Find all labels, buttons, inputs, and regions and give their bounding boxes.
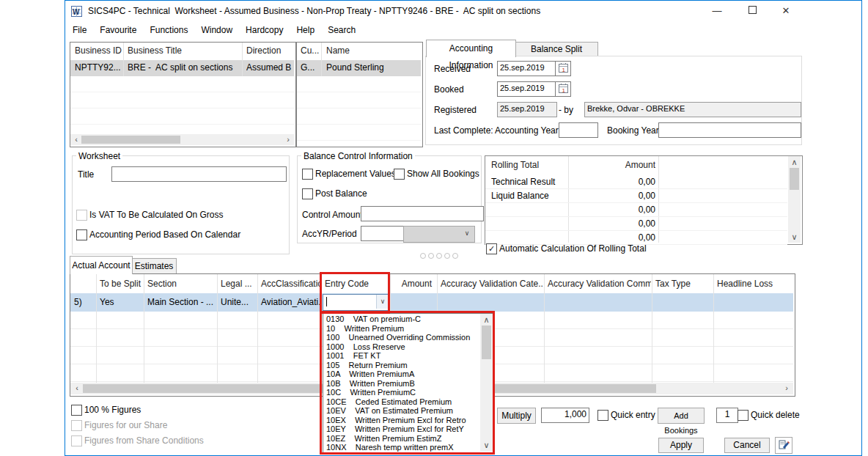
tab-balance-split-options[interactable]: Balance Split Options bbox=[515, 42, 598, 57]
column-header-direction[interactable]: Direction bbox=[246, 45, 292, 56]
figures-100-label: 100 % Figures bbox=[84, 405, 141, 415]
add-bookings-button[interactable]: Add Bookings bbox=[658, 408, 705, 424]
scrollbar-thumb[interactable] bbox=[81, 136, 180, 144]
figures-100-checkbox[interactable] bbox=[71, 405, 82, 416]
menu-item-functions[interactable]: Functions bbox=[143, 23, 194, 37]
menu-item-help[interactable]: Help bbox=[290, 23, 321, 37]
account-selected-row[interactable]: 5)YesMain Section - ...Unite...Aviation_… bbox=[70, 293, 793, 312]
received-date-field[interactable]: 25.sep.2019 bbox=[497, 61, 557, 76]
vat-on-gross-label: Is VAT To Be Calculated On Gross bbox=[89, 210, 224, 220]
control-amount-field[interactable] bbox=[361, 206, 484, 221]
maximize-button[interactable] bbox=[738, 1, 767, 21]
account-column-header[interactable]: Legal ... bbox=[217, 274, 257, 293]
apply-button[interactable]: Apply bbox=[658, 438, 704, 453]
currency-code-cell[interactable]: G... bbox=[301, 62, 320, 73]
business-direction-cell[interactable]: Assumed B.. bbox=[246, 62, 292, 73]
account-row-cell[interactable]: Main Section - ... bbox=[144, 293, 217, 312]
scroll-right-icon[interactable]: › bbox=[284, 134, 293, 145]
account-row-cell[interactable] bbox=[544, 293, 652, 312]
scroll-up-icon[interactable]: ∧ bbox=[788, 157, 801, 168]
auto-calc-rolling-checkbox[interactable]: ✓ bbox=[486, 243, 497, 254]
menu-item-search[interactable]: Search bbox=[321, 23, 362, 37]
rolling-total-row[interactable]: 0,00 bbox=[485, 217, 787, 231]
menu-item-favourite[interactable]: Favourite bbox=[93, 23, 143, 37]
booking-year-field[interactable] bbox=[658, 122, 801, 138]
scroll-down-icon[interactable]: ∨ bbox=[788, 232, 801, 243]
account-row-cell[interactable] bbox=[390, 293, 437, 312]
account-column-header[interactable] bbox=[70, 274, 96, 293]
account-row-cell[interactable]: Yes bbox=[96, 293, 144, 312]
account-column-header[interactable]: Accuracy Validation Cate... bbox=[437, 274, 544, 293]
account-row-cell[interactable]: Unite... bbox=[217, 293, 257, 312]
account-row-cell[interactable] bbox=[652, 293, 713, 312]
vat-on-gross-checkbox[interactable] bbox=[76, 210, 87, 221]
account-column-header[interactable]: Headline Loss bbox=[713, 274, 793, 293]
account-column-header[interactable]: To be Split bbox=[96, 274, 144, 293]
rolling-vscrollbar[interactable]: ∧ ∨ bbox=[788, 156, 801, 243]
menu-item-file[interactable]: File bbox=[66, 23, 93, 37]
business-row-selected[interactable]: NPTTY92... BRE - AC split on sections As… bbox=[70, 60, 294, 76]
account-column-header[interactable]: Amount bbox=[390, 274, 437, 293]
account-row-cell[interactable]: 5) bbox=[70, 293, 96, 312]
booked-date-field[interactable]: 25.sep.2019 bbox=[497, 81, 557, 97]
accyr-period-combobox[interactable]: ∨ bbox=[403, 226, 475, 243]
menu-item-hardcopy[interactable]: Hardcopy bbox=[239, 23, 290, 37]
rolling-total-row[interactable]: Technical Result0,00 bbox=[485, 175, 787, 189]
column-header-business-title[interactable]: Business Title bbox=[128, 45, 238, 56]
rolling-total-row[interactable]: 0,00 bbox=[485, 203, 787, 217]
menu-item-window[interactable]: Window bbox=[194, 23, 239, 37]
account-row-cell[interactable] bbox=[713, 293, 793, 312]
accounting-period-calendar-checkbox[interactable] bbox=[76, 229, 87, 240]
cancel-button[interactable]: Cancel bbox=[724, 438, 770, 453]
accyr-field[interactable] bbox=[361, 226, 407, 241]
received-calendar-button[interactable]: 1 bbox=[555, 61, 571, 76]
check-icon: ✓ bbox=[488, 244, 495, 253]
rolling-row-name: Liquid Balance bbox=[491, 189, 549, 202]
account-column-header[interactable]: AccClassification bbox=[257, 274, 321, 293]
quick-delete-checkbox[interactable] bbox=[738, 410, 749, 421]
tab-actual-account[interactable]: Actual Account bbox=[70, 256, 133, 274]
scrollbar-thumb[interactable] bbox=[790, 168, 799, 190]
booked-calendar-button[interactable]: 1 bbox=[555, 81, 571, 97]
worksheet-title-field[interactable] bbox=[111, 166, 287, 182]
business-title-cell[interactable]: BRE - AC split on sections bbox=[128, 62, 238, 73]
multiply-amount-field[interactable]: 1,000 bbox=[541, 408, 589, 423]
column-header-currency-name[interactable]: Name bbox=[326, 45, 414, 56]
accounting-year-field[interactable] bbox=[559, 122, 598, 138]
replacement-values-checkbox[interactable] bbox=[302, 169, 313, 180]
minimize-button[interactable]: — bbox=[702, 1, 732, 21]
quick-entry-label: Quick entry bbox=[611, 410, 655, 420]
scroll-right-icon[interactable]: › bbox=[782, 383, 791, 394]
booked-label: Booked bbox=[434, 84, 464, 95]
business-id-cell[interactable]: NPTTY92... bbox=[75, 62, 120, 73]
quick-entry-checkbox[interactable] bbox=[597, 410, 608, 421]
scroll-left-icon[interactable]: ‹ bbox=[73, 383, 81, 394]
business-grid-hscrollbar[interactable]: ‹ › bbox=[70, 134, 294, 145]
add-bookings-count-field[interactable]: 1 bbox=[716, 408, 738, 423]
account-row-cell[interactable] bbox=[437, 293, 544, 312]
show-all-bookings-checkbox[interactable] bbox=[394, 169, 405, 180]
resize-dots-indicator[interactable] bbox=[420, 249, 460, 262]
tab-estimates[interactable]: Estimates bbox=[131, 258, 177, 274]
rolling-total-column-header[interactable]: Rolling Total bbox=[491, 160, 539, 170]
column-header-business-id[interactable]: Business ID bbox=[75, 45, 122, 56]
currency-row-selected[interactable]: G... Pound Sterling bbox=[297, 60, 421, 76]
figures-our-share-checkbox[interactable] bbox=[71, 420, 82, 431]
post-balance-checkbox[interactable] bbox=[302, 188, 313, 199]
account-row-cell[interactable]: Aviation_Aviati... bbox=[257, 293, 321, 312]
calendar-icon: 1 bbox=[559, 86, 568, 96]
scroll-left-icon[interactable]: ‹ bbox=[72, 134, 81, 145]
rolling-total-row[interactable]: Liquid Balance0,00 bbox=[485, 189, 787, 203]
account-column-header[interactable]: Accuracy Validation Comm... bbox=[544, 274, 652, 293]
amount-column-header[interactable]: Amount bbox=[569, 160, 655, 170]
worksheet-title-label: Title bbox=[78, 169, 94, 180]
currency-name-cell[interactable]: Pound Sterling bbox=[326, 62, 416, 73]
close-button[interactable]: ✕ bbox=[771, 1, 801, 21]
figures-share-conditions-checkbox[interactable] bbox=[71, 435, 82, 446]
account-column-header[interactable]: Section bbox=[144, 274, 217, 293]
multiply-button[interactable]: Multiply bbox=[497, 408, 536, 424]
column-header-currency[interactable]: Cu... bbox=[301, 45, 320, 56]
tab-accounting-information[interactable]: Accounting Information bbox=[426, 40, 516, 57]
account-column-header[interactable]: Tax Type bbox=[652, 274, 713, 293]
edit-note-button[interactable] bbox=[775, 437, 792, 454]
